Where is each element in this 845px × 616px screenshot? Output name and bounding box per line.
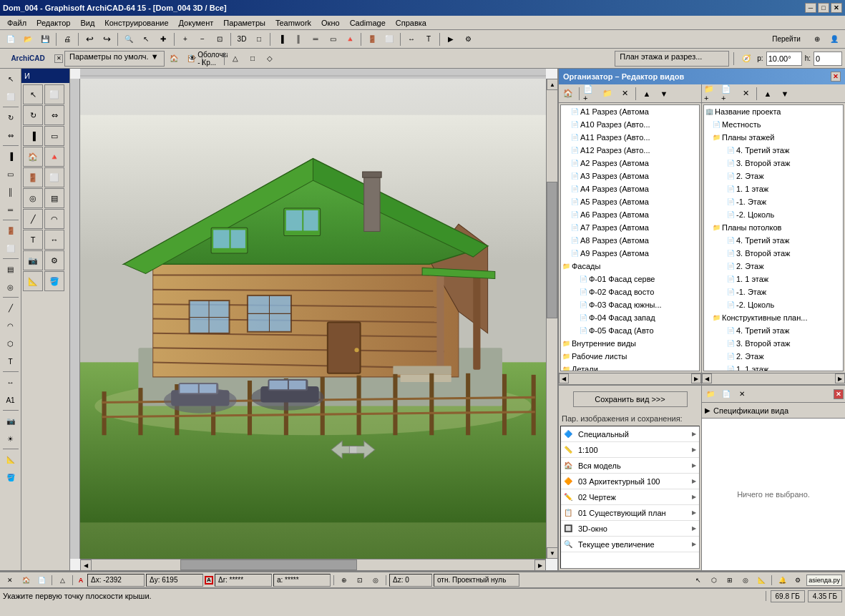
tree-item-left[interactable]: 📄Ф-05 Фасад (Авто xyxy=(561,324,699,337)
lp-btn15[interactable]: T xyxy=(23,230,43,250)
tree-item-left[interactable]: 📁Детали xyxy=(561,363,699,371)
bt-btn3[interactable]: 📄 xyxy=(34,574,49,587)
rt-scroll-left[interactable]: ◀ xyxy=(702,373,712,383)
tree-item-right[interactable]: 📄-2. Цоколь xyxy=(704,208,843,221)
org-r-btn5[interactable]: ▼ xyxy=(777,87,793,101)
snap-btn1[interactable]: ⊕ xyxy=(337,574,351,587)
tree-item-right[interactable]: 📄1. 1 этаж xyxy=(704,273,843,285)
lp-btn13[interactable]: ╱ xyxy=(23,209,43,229)
tb-select1[interactable]: ↖ xyxy=(138,31,154,47)
right-tree-view[interactable]: 🏢Название проекта📄Местность📁Планы этажей… xyxy=(703,104,844,371)
plan-section-btn[interactable]: План этажа и разрез... xyxy=(615,51,729,67)
lp-btn14[interactable]: ◠ xyxy=(44,209,64,229)
lv-slab2[interactable]: ▭ xyxy=(2,165,19,182)
param-row[interactable]: 🔍Текущее увеличение▶ xyxy=(561,537,699,552)
tree-item-left[interactable]: 📄А5 Разрез (Автома xyxy=(561,195,699,208)
tree-item-right[interactable]: 📄4. Третий этаж xyxy=(704,234,843,247)
lt-scroll-left[interactable]: ◀ xyxy=(559,373,569,383)
org-btn-folder[interactable]: 📁 xyxy=(600,87,615,101)
tree-item-right[interactable]: 📄1. 1 этаж xyxy=(704,182,843,195)
tb-select2[interactable]: ✚ xyxy=(155,31,171,47)
tb-wall[interactable]: ▐ xyxy=(273,31,289,47)
tree-item-left[interactable]: 📁Рабочие листы xyxy=(561,350,699,363)
lp-btn12[interactable]: ▤ xyxy=(44,188,64,208)
tree-item-left[interactable]: 📄Ф-04 Фасад запад xyxy=(561,311,699,324)
org-r-btn1[interactable]: 📁+ xyxy=(703,87,719,101)
tree-item-right[interactable]: 📄4. Третий этаж xyxy=(704,324,843,337)
lv-door2[interactable]: 🚪 xyxy=(2,222,19,239)
scroll-up-btn[interactable]: ▲ xyxy=(547,79,558,90)
menu-cadimage[interactable]: Cadimage xyxy=(346,17,390,29)
bt-btn2[interactable]: 🏠 xyxy=(19,574,33,587)
scroll-left-btn[interactable]: ◀ xyxy=(80,559,92,570)
params-default-btn[interactable]: Параметры по умолч. ▼ xyxy=(64,51,165,67)
org-r-btn3[interactable]: ✕ xyxy=(738,87,753,101)
close-button[interactable]: ✕ xyxy=(831,3,842,13)
lv-win2[interactable]: ⬜ xyxy=(2,240,19,257)
tree-item-left[interactable]: 📄Ф-01 Фасад серве xyxy=(561,273,699,285)
tree-item-right[interactable]: 🏢Название проекта xyxy=(704,105,843,118)
right-tree-scrollbar-h[interactable]: ◀ ▶ xyxy=(702,373,845,384)
lp-btn9[interactable]: 🚪 xyxy=(23,167,43,187)
lv-beam2[interactable]: ═ xyxy=(2,201,19,218)
tree-item-right[interactable]: 📄3. Второй этаж xyxy=(704,247,843,260)
param-row[interactable]: ✏️02 Чертеж▶ xyxy=(561,489,699,505)
lp-btn18[interactable]: ⚙ xyxy=(44,250,64,270)
tree-item-left[interactable]: 📄А8 Разрез (Автома xyxy=(561,234,699,247)
param-row[interactable]: 🔲3D-окно▶ xyxy=(561,521,699,537)
rt-btn6[interactable]: 🔔 xyxy=(775,574,789,587)
tree-item-left[interactable]: 📄А4 Разрез (Автома xyxy=(561,182,699,195)
lv-sun[interactable]: ☀ xyxy=(2,430,19,447)
lp-btn5[interactable]: ▐ xyxy=(23,126,43,146)
lt-scroll-right[interactable]: ▶ xyxy=(691,373,701,383)
tree-item-left[interactable]: 📄А10 Разрез (Авто... xyxy=(561,118,699,131)
sv-btn3[interactable]: ✕ xyxy=(735,388,749,401)
tree-item-right[interactable]: 📄4. Третий этаж xyxy=(704,144,843,157)
param-row[interactable]: 🔷Специальный▶ xyxy=(561,426,699,442)
lv-poly[interactable]: ⬡ xyxy=(2,335,19,352)
tb-column[interactable]: ║ xyxy=(290,31,306,47)
lp-btn20[interactable]: 🪣 xyxy=(44,271,64,291)
tree-item-left[interactable]: 📄Ф-03 Фасад южны... xyxy=(561,298,699,311)
lp-btn16[interactable]: ↔ xyxy=(44,230,64,250)
params-list[interactable]: 🔷Специальный▶📏1:100▶🏠Вся модель▶🔶03 Архи… xyxy=(560,426,700,569)
lv-dim2[interactable]: ↔ xyxy=(2,373,19,391)
org-btn-down[interactable]: ▼ xyxy=(656,87,672,101)
rt-scroll-right[interactable]: ▶ xyxy=(835,373,845,383)
sv-btn2[interactable]: 📄 xyxy=(719,388,733,401)
sv-btn1[interactable]: 📁 xyxy=(703,388,718,401)
snap-btn3[interactable]: ◎ xyxy=(368,574,383,587)
rt-btn7[interactable]: ⚙ xyxy=(791,574,805,587)
tb-extra2[interactable]: 👤 xyxy=(826,31,842,47)
tb-plan[interactable]: □ xyxy=(251,31,267,47)
menu-construct[interactable]: Конструирование xyxy=(100,17,172,29)
rt-btn1[interactable]: ↖ xyxy=(691,574,705,587)
org-r-btn2[interactable]: 📄+ xyxy=(721,87,736,101)
tree-item-right[interactable]: 📄Местность xyxy=(704,118,843,131)
tree-item-left[interactable]: 📄А2 Разрез (Автома xyxy=(561,157,699,170)
tree-item-left[interactable]: 📁Внутренние виды xyxy=(561,337,699,350)
tb-undo[interactable]: ↩ xyxy=(82,31,97,47)
tb-3d[interactable]: 3D xyxy=(234,31,250,47)
tree-item-right[interactable]: 📁Планы этажей xyxy=(704,131,843,144)
tb-door[interactable]: 🚪 xyxy=(364,31,380,47)
tb-search[interactable]: 🔍 xyxy=(121,31,137,47)
param-row[interactable]: 📋01 Существующий план▶ xyxy=(561,505,699,521)
tree-item-right[interactable]: 📁Планы потолков xyxy=(704,221,843,234)
rt-btn3[interactable]: ⊞ xyxy=(723,574,737,587)
org-btn-up[interactable]: ▲ xyxy=(639,87,655,101)
tb-goto-btn[interactable]: Перейти xyxy=(765,31,808,47)
tb-print[interactable]: 🖨 xyxy=(59,31,75,47)
p-input[interactable] xyxy=(766,52,802,66)
archicad-close[interactable]: ✕ xyxy=(54,54,63,63)
tb-run[interactable]: ▶ xyxy=(443,31,459,47)
lv-text2[interactable]: T xyxy=(2,353,19,370)
tree-item-right[interactable]: 📄-1. Этаж xyxy=(704,285,843,298)
lv-stair[interactable]: ▤ xyxy=(2,260,19,278)
tb-save[interactable]: 💾 xyxy=(37,31,53,47)
tb2-icon5[interactable]: ◇ xyxy=(262,51,278,67)
tb-new[interactable]: 📄 xyxy=(3,31,19,47)
lv-arc[interactable]: ◠ xyxy=(2,317,19,334)
tb-window[interactable]: ⬜ xyxy=(381,31,397,47)
tree-item-left[interactable]: 📄А11 Разрез (Авто... xyxy=(561,131,699,144)
